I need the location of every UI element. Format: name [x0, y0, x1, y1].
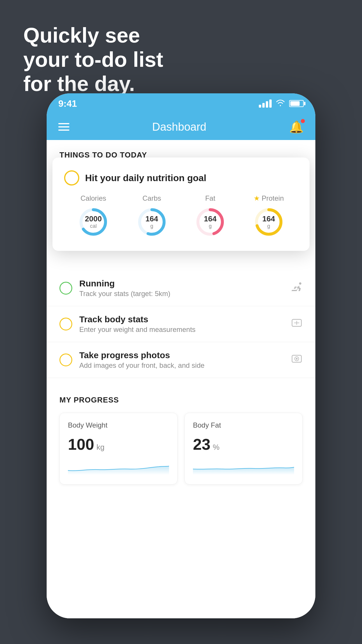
card-circle-check [64, 170, 79, 186]
todo-text-body-stats: Track body stats Enter your weight and m… [79, 314, 284, 334]
running-icon [291, 282, 303, 295]
status-time: 9:41 [58, 98, 77, 109]
star-icon: ★ [254, 194, 260, 202]
todo-title-running: Running [79, 279, 284, 288]
fat-label: Fat [205, 194, 215, 202]
protein-donut: 164 g [253, 206, 285, 238]
progress-section: MY PROGRESS Body Weight 100 kg [47, 384, 315, 484]
body-fat-title: Body Fat [193, 421, 294, 429]
body-fat-unit: % [213, 443, 219, 452]
carbs-stat: Carbs 164 g [136, 194, 168, 238]
menu-button[interactable] [58, 123, 69, 131]
protein-label: ★ Protein [254, 194, 284, 202]
body-fat-sparkline [193, 460, 294, 475]
list-item[interactable]: Running Track your stats (target: 5km) [47, 270, 315, 306]
todo-text-photos: Take progress photos Add images of your … [79, 350, 284, 370]
hero-text: Quickly see your to-do list for the day. [23, 23, 163, 96]
fat-donut: 164 g [194, 206, 226, 238]
body-weight-value: 100 [68, 435, 94, 453]
phone-content: THINGS TO DO TODAY Hit your daily nutrit… [47, 140, 315, 618]
todo-circle-running [59, 282, 72, 295]
todo-text-running: Running Track your stats (target: 5km) [79, 279, 284, 298]
body-weight-title: Body Weight [68, 421, 169, 429]
progress-cards: Body Weight 100 kg [59, 413, 303, 484]
fat-unit: g [209, 223, 212, 229]
todo-circle-photos [59, 354, 72, 366]
notification-dot [301, 119, 305, 123]
protein-stat: ★ Protein 164 g [253, 194, 285, 238]
body-fat-value: 23 [193, 435, 210, 453]
nav-title: Dashboard [152, 121, 206, 133]
todo-list: Running Track your stats (target: 5km) T… [47, 270, 315, 378]
wifi-icon [276, 99, 285, 108]
battery-icon [289, 100, 304, 107]
card-title: Hit your daily nutrition goal [85, 173, 206, 183]
calories-unit: cal [90, 223, 97, 229]
body-weight-card: Body Weight 100 kg [59, 413, 178, 484]
body-fat-val-row: 23 % [193, 435, 294, 453]
calories-label: Calories [80, 194, 106, 202]
fat-stat: Fat 164 g [194, 194, 226, 238]
nutrition-card: Hit your daily nutrition goal Calories 2… [52, 158, 310, 251]
protein-unit: g [267, 223, 270, 229]
calories-value: 2000 [85, 215, 102, 223]
body-weight-unit: kg [96, 443, 104, 452]
todo-sub-running: Track your stats (target: 5km) [79, 290, 284, 298]
list-item[interactable]: Track body stats Enter your weight and m… [47, 306, 315, 342]
svg-point-11 [296, 358, 298, 360]
fat-value: 164 [204, 215, 217, 223]
status-bar: 9:41 [47, 93, 315, 114]
todo-sub-body-stats: Enter your weight and measurements [79, 326, 284, 334]
todo-circle-body-stats [59, 318, 72, 330]
carbs-value: 164 [145, 215, 158, 223]
protein-value: 164 [262, 215, 275, 223]
phone-frame: 9:41 Dashboard [47, 93, 315, 618]
todo-title-body-stats: Track body stats [79, 314, 284, 324]
nav-bar: Dashboard 🔔 [47, 114, 315, 140]
body-fat-card: Body Fat 23 % [184, 413, 303, 484]
signal-icon [259, 99, 272, 108]
body-weight-val-row: 100 kg [68, 435, 169, 453]
carbs-label: Carbs [143, 194, 161, 202]
todo-sub-photos: Add images of your front, back, and side [79, 361, 284, 370]
notification-bell-button[interactable]: 🔔 [289, 120, 304, 134]
card-title-row: Hit your daily nutrition goal [64, 170, 298, 186]
calories-donut: 2000 cal [77, 206, 109, 238]
photo-icon [291, 354, 303, 367]
status-icons [259, 99, 304, 108]
nutrition-stats: Calories 2000 cal Carbs [64, 194, 298, 238]
list-item[interactable]: Take progress photos Add images of your … [47, 342, 315, 378]
progress-header: MY PROGRESS [59, 396, 303, 405]
carbs-unit: g [150, 223, 153, 229]
body-weight-sparkline [68, 460, 169, 475]
calories-stat: Calories 2000 cal [77, 194, 109, 238]
todo-title-photos: Take progress photos [79, 350, 284, 360]
scale-icon [291, 318, 303, 331]
carbs-donut: 164 g [136, 206, 168, 238]
